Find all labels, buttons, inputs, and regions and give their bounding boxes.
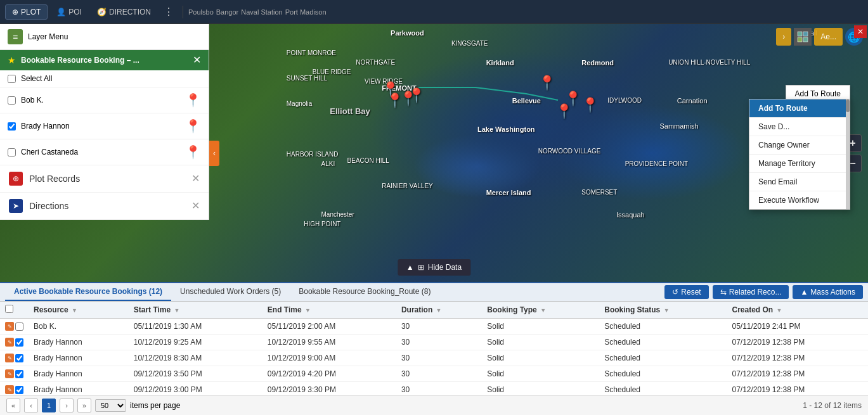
items-per-page-label: items per page [130, 401, 180, 410]
row-actions-4: ✎ [5, 385, 23, 394]
dropdown-tooltip: Add To Route [749, 99, 850, 118]
row-checkbox-4[interactable] [15, 386, 23, 394]
row-action-cell-3: ✎ [0, 366, 29, 382]
dropdown-send-email[interactable]: Send Email [749, 173, 850, 191]
per-page-select[interactable]: 50 25 100 [95, 399, 126, 412]
row-booking-type-3: Solid [482, 366, 599, 382]
th-booking-status[interactable]: Booking Status ▼ [599, 302, 727, 319]
table-body: ✎ Bob K. 05/11/2019 1:30 AM 05/11/2019 2… [0, 319, 868, 396]
location2-label: Bangor [216, 8, 238, 16]
dropdown-scroll-area[interactable]: Save D... Change Owner Manage Territory … [749, 118, 850, 209]
map-label-northgate: NORTHGATE [356, 59, 395, 66]
row-resource-0: Bob K. [29, 319, 129, 335]
th-duration[interactable]: Duration ▼ [396, 302, 482, 319]
hide-data-button[interactable]: ▲ ⊞ Hide Data [398, 259, 470, 276]
th-end-time[interactable]: End Time ▼ [262, 302, 396, 319]
select-all-table-checkbox[interactable] [5, 305, 13, 313]
last-page-button[interactable]: » [77, 399, 91, 412]
row-checkbox-2[interactable] [15, 354, 23, 362]
booking-close-button[interactable]: ✕ [193, 55, 201, 65]
row-edit-icon-2[interactable]: ✎ [5, 354, 14, 362]
poi-tab[interactable]: 👤 POI [50, 5, 88, 19]
row-end-3: 09/12/2019 4:20 PM [262, 366, 396, 382]
resource-checkbox-2[interactable] [8, 148, 16, 156]
plot-tab[interactable]: ⊕ PLOT [5, 4, 48, 20]
mass-actions-button[interactable]: ▲ Mass Actions [793, 285, 863, 299]
map-pin-8[interactable]: 📍 [555, 103, 573, 120]
resource-checkbox-0[interactable] [8, 96, 16, 105]
prev-page-button[interactable]: ‹ [24, 399, 38, 412]
directions-close[interactable]: ✕ [191, 201, 200, 211]
resource-checkbox-1[interactable] [8, 122, 16, 131]
directions-row[interactable]: ➤ Directions ✕ [0, 193, 209, 220]
chevron-up-icon: ▲ [406, 263, 414, 272]
separator [183, 6, 183, 18]
sidebar-toggle[interactable]: ‹ [209, 141, 219, 166]
dropdown-change-owner[interactable]: Change Owner [749, 136, 850, 155]
sort-booking-type-icon: ▼ [540, 307, 546, 314]
current-page[interactable]: 1 [42, 399, 56, 412]
row-start-1: 10/12/2019 9:25 AM [129, 335, 262, 350]
reset-button[interactable]: ↺ Reset [664, 285, 708, 299]
ae-button[interactable]: Ae... [814, 28, 843, 46]
plot-records-row[interactable]: ⊕ Plot Records ✕ [0, 165, 209, 193]
th-created-on-label: Created On [732, 305, 773, 314]
map-label-mercer: Mercer Island [486, 189, 531, 196]
th-resource[interactable]: Resource ▼ [29, 302, 129, 319]
map-pin-5[interactable]: 📍 [538, 75, 555, 91]
table-row: ✎ Brady Hannon 10/12/2019 8:30 AM 10/12/… [0, 350, 868, 366]
map-label-harbor-island: HARBOR ISLAND [287, 151, 339, 158]
table-row: ✎ Brady Hannon 09/12/2019 3:00 PM 09/12/… [0, 382, 868, 396]
row-edit-icon-0[interactable]: ✎ [5, 322, 14, 331]
row-start-0: 05/11/2019 1:30 AM [129, 319, 262, 335]
dropdown-scrollbar [846, 99, 850, 209]
layer-menu-header: ≡ Layer Menu [0, 24, 209, 50]
map-label-providence: PROVIDENCE POINT [625, 160, 688, 167]
row-edit-icon-3[interactable]: ✎ [5, 369, 14, 378]
row-checkbox-0[interactable] [15, 322, 23, 331]
tab-active-bookings[interactable]: Active Bookable Resource Bookings (12) [5, 283, 171, 301]
map-pin-7[interactable]: 📍 [581, 97, 599, 113]
row-actions-3: ✎ [5, 369, 23, 378]
select-all-checkbox[interactable] [8, 75, 16, 83]
plot-records-icon: ⊕ [9, 172, 23, 186]
select-all-row: Select All [0, 70, 209, 87]
direction-tab[interactable]: 🧭 DIRECTION [91, 5, 157, 19]
dropdown-execute-workflow[interactable]: Execute Workflow [749, 191, 850, 209]
row-end-2: 10/12/2019 9:00 AM [262, 350, 396, 366]
map-label-rainier: RAINIER VALLEY [382, 182, 432, 189]
map-type-button[interactable] [794, 28, 812, 46]
resource-pin-0: 📍 [185, 93, 201, 108]
next-page-button[interactable]: › [60, 399, 74, 412]
th-start-time[interactable]: Start Time ▼ [129, 302, 262, 319]
arrow-right-button[interactable]: › [776, 28, 791, 46]
tab-unscheduled-work[interactable]: Unscheduled Work Orders (5) [171, 283, 290, 301]
location4-label: Port Madison [285, 8, 327, 16]
row-created-on-1: 07/12/2019 12:38 PM [727, 335, 868, 350]
related-records-label: Related Reco... [729, 288, 782, 297]
dropdown-manage-territory[interactable]: Manage Territory [749, 155, 850, 173]
related-records-button[interactable]: ⇆ Related Reco... [713, 285, 789, 299]
more-button[interactable]: ⋮ [160, 6, 178, 18]
th-booking-type[interactable]: Booking Type ▼ [482, 302, 599, 319]
row-checkbox-1[interactable] [15, 338, 23, 347]
tab-booking-route[interactable]: Bookable Resource Booking_Route (8) [290, 283, 439, 301]
map-label-lake-washington: Lake Washington [477, 125, 535, 133]
th-created-on[interactable]: Created On ▼ [727, 302, 868, 319]
row-checkbox-3[interactable] [15, 370, 23, 378]
row-created-on-2: 07/12/2019 12:38 PM [727, 350, 868, 366]
tab-booking-route-label: Bookable Resource Booking_Route (8) [299, 287, 431, 296]
map-close-button[interactable]: ✕ [854, 25, 867, 38]
th-end-time-label: End Time [268, 305, 302, 314]
tab-bar: Active Bookable Resource Bookings (12) U… [0, 283, 868, 302]
row-edit-icon-4[interactable]: ✎ [5, 385, 14, 394]
reset-icon: ↺ [672, 288, 678, 297]
first-page-button[interactable]: « [6, 399, 20, 412]
map-area: Parkwood Duvall KINGSGATE POINT MONROE N… [0, 24, 868, 282]
th-resource-label: Resource [34, 305, 68, 314]
row-duration-3: 30 [396, 366, 482, 382]
map-pin-4[interactable]: 📍 [399, 91, 417, 107]
plot-records-close[interactable]: ✕ [191, 174, 200, 184]
row-edit-icon-1[interactable]: ✎ [5, 338, 14, 347]
dropdown-save-direction[interactable]: Save D... [749, 118, 850, 136]
